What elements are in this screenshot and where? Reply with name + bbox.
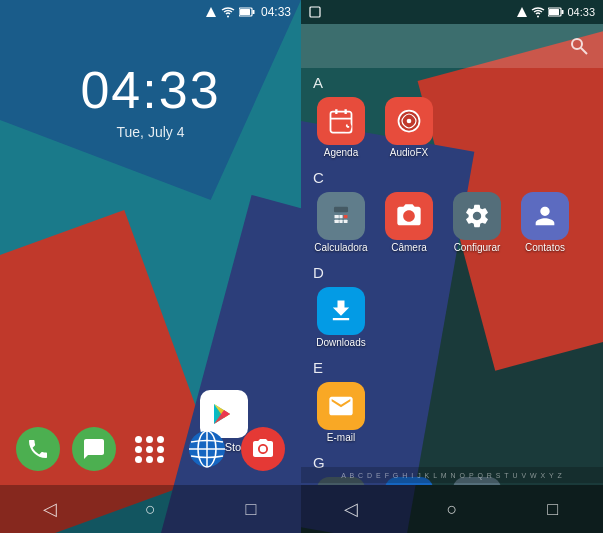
downloads-icon bbox=[317, 287, 365, 335]
recents-button[interactable]: □ bbox=[231, 489, 271, 529]
svg-point-25 bbox=[407, 119, 412, 124]
right-home-button[interactable]: ○ bbox=[432, 489, 472, 529]
clock-date: Tue, July 4 bbox=[0, 124, 301, 140]
agenda-icon bbox=[317, 97, 365, 145]
svg-marker-10 bbox=[517, 7, 527, 17]
clock-time: 04:33 bbox=[0, 60, 301, 120]
configurar-icon bbox=[453, 192, 501, 240]
right-recents-button[interactable]: □ bbox=[533, 489, 573, 529]
section-a-label: A bbox=[311, 68, 593, 93]
svg-point-34 bbox=[406, 213, 412, 219]
svg-point-11 bbox=[537, 16, 539, 18]
status-right: 04:33 bbox=[516, 6, 595, 18]
camera-dock-icon bbox=[241, 427, 285, 471]
svg-rect-30 bbox=[344, 215, 348, 218]
section-e-row: E-mail bbox=[311, 378, 593, 448]
app-calculadora[interactable]: Calculadora bbox=[311, 192, 371, 254]
right-back-button[interactable]: ◁ bbox=[331, 489, 371, 529]
apps-icon bbox=[128, 427, 172, 471]
app-downloads[interactable]: Downloads bbox=[311, 287, 371, 349]
email-label: E-mail bbox=[327, 432, 355, 444]
status-icons: 04:33 bbox=[205, 5, 291, 19]
section-e-label: E bbox=[311, 353, 593, 378]
wifi-icon bbox=[221, 6, 235, 18]
email-icon bbox=[317, 382, 365, 430]
section-c-row: Calculadora Câmera Configurar bbox=[311, 188, 593, 258]
status-left bbox=[309, 6, 321, 18]
svg-point-15 bbox=[572, 39, 582, 49]
left-panel: 04:33 04:33 Tue, July 4 bbox=[0, 0, 301, 533]
svg-rect-3 bbox=[252, 10, 254, 14]
camera-icon bbox=[385, 192, 433, 240]
bottom-dock bbox=[0, 417, 301, 481]
section-d-row: Downloads bbox=[311, 283, 593, 353]
audiofx-icon bbox=[385, 97, 433, 145]
app-contatos[interactable]: Contatos bbox=[515, 192, 575, 254]
svg-rect-32 bbox=[339, 220, 342, 223]
svg-rect-4 bbox=[240, 9, 250, 15]
app-agenda[interactable]: Agenda bbox=[311, 97, 371, 159]
svg-rect-27 bbox=[334, 207, 348, 212]
dock-phone[interactable] bbox=[16, 427, 60, 471]
search-icon bbox=[569, 36, 589, 56]
battery-icon bbox=[239, 7, 255, 17]
dock-camera[interactable] bbox=[241, 427, 285, 471]
svg-marker-0 bbox=[206, 7, 216, 17]
calculadora-label: Calculadora bbox=[314, 242, 367, 254]
configurar-label: Configurar bbox=[454, 242, 501, 254]
home-button[interactable]: ○ bbox=[130, 489, 170, 529]
svg-rect-29 bbox=[339, 215, 342, 218]
section-a-row: Agenda AudioFX bbox=[311, 93, 593, 163]
left-clock: 04:33 Tue, July 4 bbox=[0, 60, 301, 140]
app-camera[interactable]: Câmera bbox=[379, 192, 439, 254]
svg-point-1 bbox=[227, 16, 229, 18]
svg-rect-13 bbox=[562, 10, 564, 14]
svg-line-16 bbox=[581, 48, 587, 54]
right-time: 04:33 bbox=[567, 6, 595, 18]
contatos-label: Contatos bbox=[525, 242, 565, 254]
right-battery-icon bbox=[548, 7, 564, 17]
left-bottom-nav: ◁ ○ □ bbox=[0, 485, 301, 533]
svg-rect-14 bbox=[549, 9, 559, 15]
right-wifi-icon bbox=[531, 6, 545, 18]
search-bar[interactable] bbox=[301, 24, 603, 68]
right-status-bar: 04:33 bbox=[301, 0, 603, 24]
dock-apps[interactable] bbox=[128, 427, 172, 471]
svg-rect-31 bbox=[335, 220, 339, 223]
alphabet-bar[interactable]: A B C D E F G H I J K L M N O P Q R S T … bbox=[301, 467, 603, 483]
dock-messages[interactable] bbox=[72, 427, 116, 471]
messages-icon bbox=[72, 427, 116, 471]
audiofx-label: AudioFX bbox=[390, 147, 428, 159]
downloads-label: Downloads bbox=[316, 337, 365, 349]
section-c-label: C bbox=[311, 163, 593, 188]
contatos-icon bbox=[521, 192, 569, 240]
section-d-label: D bbox=[311, 258, 593, 283]
svg-rect-33 bbox=[344, 220, 348, 223]
app-audiofx[interactable]: AudioFX bbox=[379, 97, 439, 159]
browser-icon bbox=[185, 427, 229, 471]
agenda-label: Agenda bbox=[324, 147, 358, 159]
app-list: A Agenda bbox=[301, 68, 603, 485]
phone-icon bbox=[16, 427, 60, 471]
camera-label: Câmera bbox=[391, 242, 427, 254]
app-email[interactable]: E-mail bbox=[311, 382, 371, 444]
calculadora-icon bbox=[317, 192, 365, 240]
svg-rect-28 bbox=[335, 215, 339, 218]
svg-rect-9 bbox=[310, 7, 320, 17]
left-time: 04:33 bbox=[261, 5, 291, 19]
right-panel: 04:33 A bbox=[301, 0, 603, 533]
screenshot-indicator-icon bbox=[309, 6, 321, 18]
app-configurar[interactable]: Configurar bbox=[447, 192, 507, 254]
back-button[interactable]: ◁ bbox=[30, 489, 70, 529]
dock-browser[interactable] bbox=[185, 427, 229, 471]
signal-icon bbox=[205, 6, 217, 18]
left-status-bar: 04:33 bbox=[0, 0, 301, 24]
right-bottom-nav: ◁ ○ □ bbox=[301, 485, 603, 533]
right-signal-icon bbox=[516, 6, 528, 18]
